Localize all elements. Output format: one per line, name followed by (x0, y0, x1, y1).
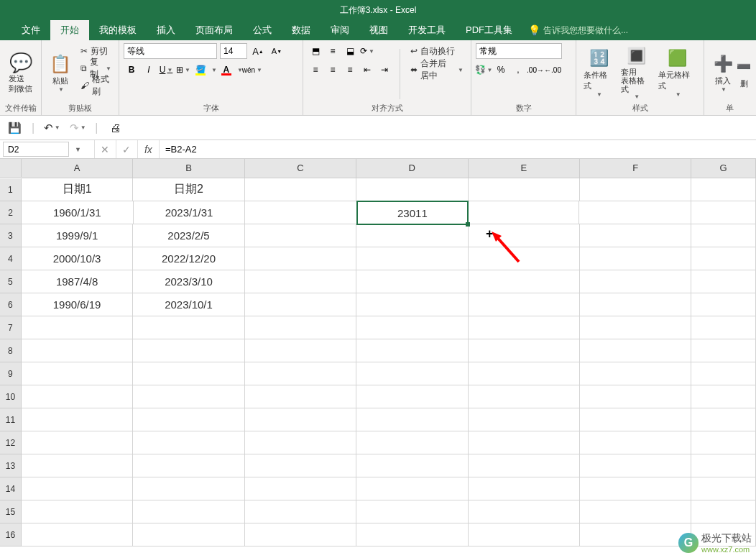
row-header-5[interactable]: 5 (0, 270, 22, 293)
cell-style-button[interactable]: 🟩 单元格样式▼ (655, 43, 699, 101)
cell[interactable] (691, 362, 756, 385)
cell[interactable] (22, 454, 133, 477)
cell[interactable] (356, 362, 468, 385)
percent-button[interactable]: % (493, 62, 509, 78)
col-header-C[interactable]: C (245, 159, 356, 178)
fill-color-button[interactable]: 🪣 (193, 62, 208, 78)
cell[interactable]: 1960/1/31 (22, 201, 134, 224)
cell[interactable] (22, 385, 133, 408)
delete-cells-button[interactable]: ➖ 删 (737, 43, 750, 101)
table-format-button[interactable]: 🔳 套用 表格格式▼ (618, 43, 654, 101)
cell[interactable] (356, 500, 468, 523)
cell[interactable] (22, 500, 133, 523)
cell[interactable] (356, 454, 468, 477)
cell[interactable] (580, 408, 691, 431)
cell[interactable] (580, 500, 691, 523)
orientation-button[interactable]: ⟳▼ (359, 43, 375, 59)
cell[interactable] (691, 201, 756, 224)
cell[interactable] (245, 454, 356, 477)
increase-decimal-button[interactable]: .00→ (527, 62, 543, 78)
number-format-select[interactable] (476, 43, 562, 59)
cell[interactable] (691, 316, 756, 339)
cell[interactable] (133, 385, 244, 408)
row-header-12[interactable]: 12 (0, 431, 22, 454)
cell[interactable]: 1999/9/1 (22, 224, 133, 247)
row-header-14[interactable]: 14 (0, 477, 22, 500)
cell[interactable] (245, 293, 356, 316)
cell[interactable] (356, 339, 468, 362)
col-header-F[interactable]: F (580, 159, 691, 178)
cell[interactable] (691, 385, 756, 408)
cell[interactable] (133, 454, 244, 477)
cell[interactable] (691, 431, 756, 454)
col-header-A[interactable]: A (22, 159, 133, 178)
paste-button[interactable]: 📋 粘贴 ▼ (46, 43, 75, 101)
row-header-3[interactable]: 3 (0, 224, 22, 247)
name-box[interactable]: D2 (3, 142, 69, 157)
row-header-9[interactable]: 9 (0, 362, 22, 385)
cell[interactable] (22, 431, 133, 454)
cell[interactable] (356, 523, 468, 546)
cell[interactable] (691, 339, 756, 362)
cell[interactable] (245, 408, 356, 431)
cell[interactable] (245, 523, 356, 546)
cell[interactable] (469, 293, 580, 316)
cell[interactable] (580, 178, 691, 201)
cell[interactable] (356, 408, 468, 431)
menu-file[interactable]: 文件 (11, 20, 50, 40)
cell[interactable] (580, 362, 691, 385)
cell[interactable] (22, 408, 133, 431)
bold-button[interactable]: B (124, 62, 139, 78)
cell[interactable] (469, 270, 580, 293)
cell[interactable] (356, 477, 468, 500)
cell[interactable] (469, 362, 580, 385)
cell[interactable] (691, 270, 756, 293)
decrease-decimal-button[interactable]: ←.00 (545, 62, 561, 78)
cell[interactable]: 2023/2/5 (133, 224, 244, 247)
tell-me-search[interactable]: 💡 告诉我您想要做什么... (528, 24, 628, 37)
menu-insert[interactable]: 插入 (147, 20, 185, 40)
cell[interactable] (245, 178, 356, 201)
cell[interactable] (469, 316, 580, 339)
align-middle-button[interactable]: ≡ (325, 43, 341, 59)
italic-button[interactable]: I (141, 62, 157, 78)
cancel-formula-button[interactable]: ✕ (94, 140, 116, 158)
currency-button[interactable]: 💱▼ (476, 62, 492, 78)
cell[interactable] (469, 431, 580, 454)
indent-decrease-button[interactable]: ⇤ (359, 62, 375, 78)
col-header-D[interactable]: D (356, 159, 468, 178)
insert-cells-button[interactable]: ➕ 插入▼ (709, 43, 737, 101)
formula-input[interactable] (159, 140, 756, 158)
cell[interactable] (22, 477, 133, 500)
row-header-7[interactable]: 7 (0, 316, 22, 339)
cell[interactable] (133, 362, 244, 385)
decrease-font-button[interactable]: A▼ (269, 43, 285, 59)
cell[interactable]: 日期1 (22, 178, 133, 201)
cell[interactable] (133, 500, 244, 523)
cell[interactable]: 1990/6/19 (22, 293, 133, 316)
cell[interactable] (245, 247, 356, 270)
cell[interactable] (469, 408, 580, 431)
cell[interactable] (469, 178, 580, 201)
cell[interactable] (356, 385, 468, 408)
col-header-G[interactable]: G (691, 159, 756, 178)
cell[interactable] (691, 293, 756, 316)
col-header-B[interactable]: B (133, 159, 244, 178)
cell[interactable] (22, 523, 133, 546)
cell[interactable] (356, 178, 468, 201)
save-button[interactable]: 💾 (6, 119, 23, 137)
align-bottom-button[interactable]: ⬓ (342, 43, 358, 59)
row-header-6[interactable]: 6 (0, 293, 22, 316)
font-color-button[interactable]: A (218, 62, 234, 78)
undo-button[interactable]: ↶▼ (43, 119, 60, 137)
cell[interactable] (133, 523, 244, 546)
increase-font-button[interactable]: A▲ (250, 43, 266, 59)
cell[interactable]: 2000/10/3 (22, 247, 133, 270)
cell[interactable] (469, 385, 580, 408)
cell[interactable] (245, 224, 356, 247)
cell[interactable] (469, 247, 580, 270)
cell[interactable] (245, 385, 356, 408)
cell[interactable]: 23011 (356, 201, 469, 225)
cell[interactable]: 1987/4/8 (22, 270, 133, 293)
align-left-button[interactable]: ≡ (308, 62, 323, 78)
